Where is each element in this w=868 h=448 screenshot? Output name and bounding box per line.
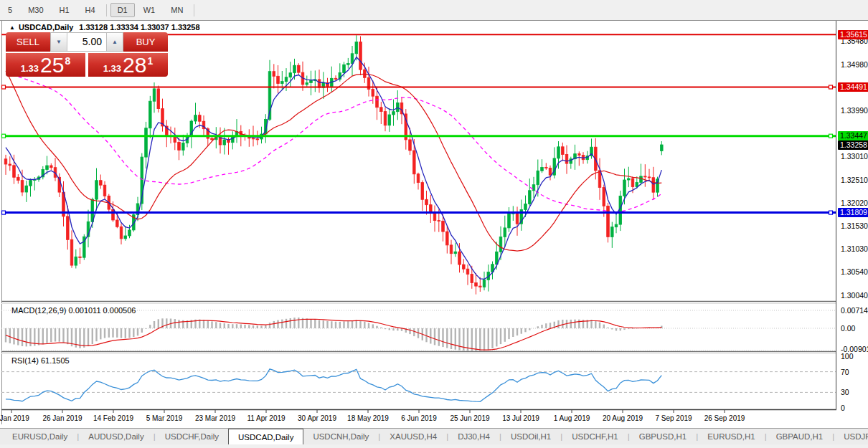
tab-usdcnh-daily[interactable]: USDCNH,Daily — [303, 429, 378, 444]
trading-terminal-window: 5M30H1H4D1W1MN ▲USDCAD,Daily1.33128 1.33… — [0, 0, 868, 448]
chart-symbol-label: USDCAD,Daily — [19, 23, 73, 32]
tab-dj30-h4[interactable]: DJ30,H4 — [448, 429, 499, 444]
one-click-trade-widget: SELL ▼ 5.00 ▲ BUY 1.33 25 8 1.33 28 1 — [6, 32, 168, 77]
price-badge: 1.31809 — [838, 208, 868, 217]
tab-gbpaud-h1[interactable]: GBPAUD,H1 — [767, 429, 833, 444]
date-tick-label: 11 Apr 2019 — [247, 414, 285, 422]
toolbar-separator — [106, 4, 107, 16]
price-badge: 1.34491 — [838, 82, 868, 92]
timeframe-d1[interactable]: D1 — [110, 3, 135, 17]
rsi-axis-label: 70 — [841, 368, 849, 376]
sell-price-tile[interactable]: 1.33 25 8 — [6, 53, 85, 77]
timeframe-w1[interactable]: W1 — [136, 3, 163, 17]
axis-ticks — [11, 41, 839, 413]
sell-price-main: 25 — [40, 54, 64, 76]
tab-usdoil-h1[interactable]: USDOil,H1 — [501, 429, 560, 444]
hline-handle[interactable] — [2, 211, 6, 214]
tab-xauusd-h4[interactable]: XAUUSD,H4 — [380, 429, 446, 444]
price-tick-label: 1.34980 — [841, 60, 868, 69]
tab-eurusd-h1[interactable]: EURUSD,H1 — [698, 429, 764, 444]
pane-frames — [0, 21, 868, 425]
ma-fast-line — [6, 57, 661, 280]
hline-handle[interactable] — [829, 211, 833, 214]
price-tick-label: 1.31030 — [841, 244, 868, 253]
price-tick-label: 1.32020 — [841, 199, 868, 207]
chart-collapse-icon[interactable]: ▲ — [9, 24, 15, 31]
macd-signal-line — [6, 319, 661, 350]
ma-medium-line — [6, 71, 661, 251]
sell-price-pip: 8 — [65, 55, 70, 67]
date-tick-label: 23 Mar 2019 — [195, 414, 235, 422]
tab-usdchf-h1[interactable]: USDCHF,H1 — [562, 429, 628, 444]
tab-usdcad-daily[interactable]: USDCAD,Daily — [228, 429, 303, 444]
timeframe-toolbar: 5M30H1H4D1W1MN — [0, 0, 868, 20]
rsi-axis-label: 0 — [841, 404, 845, 412]
tab-audusd-daily[interactable]: AUDUSD,Daily — [79, 429, 153, 444]
timeframe-h1[interactable]: H1 — [52, 3, 77, 17]
chart-ohlc-values: 1.33128 1.33334 1.33037 1.33258 — [79, 23, 199, 32]
timeframe-5[interactable]: 5 — [1, 3, 19, 17]
volume-input[interactable]: 5.00 — [67, 33, 106, 51]
date-tick-label: 7 Sep 2019 — [655, 414, 692, 422]
buy-price-main: 28 — [123, 54, 146, 76]
hline-handle[interactable] — [2, 85, 6, 89]
tab-usdchf-daily[interactable]: USDCHF,Daily — [156, 429, 228, 444]
buy-price-tile[interactable]: 1.33 28 1 — [88, 53, 168, 77]
price-badge: 1.33258 — [838, 140, 868, 150]
price-badge: 1.35615 — [838, 30, 868, 39]
date-tick-label: 26 Sep 2019 — [704, 414, 745, 422]
buy-price-pip: 1 — [147, 55, 153, 67]
macd-axis-label: 0.00714 — [841, 306, 868, 315]
sell-button[interactable]: SELL — [6, 32, 50, 52]
buy-price-prefix: 1.33 — [103, 63, 121, 74]
price-tick-label: 1.31530 — [841, 221, 868, 230]
date-tick-label: 26 Jan 2019 — [42, 414, 82, 422]
date-tick-label: 1 Aug 2019 — [554, 414, 590, 422]
buy-button[interactable]: BUY — [123, 32, 168, 52]
timeframe-h4[interactable]: H4 — [78, 3, 103, 17]
chart-title: ▲USDCAD,Daily1.33128 1.33334 1.33037 1.3… — [9, 23, 200, 32]
rsi-indicator-label: RSI(14) 61.1505 — [11, 356, 70, 365]
price-tick-label: 1.33990 — [841, 106, 868, 115]
timeframe-mn[interactable]: MN — [164, 3, 190, 17]
date-tick-label: 5 Mar 2019 — [146, 414, 183, 422]
price-tick-label: 1.30040 — [841, 291, 868, 300]
tab-usdjp[interactable]: USDJP — [834, 429, 868, 444]
macd-pane — [1, 310, 836, 352]
macd-axis-label: 0.00 — [841, 324, 855, 333]
ma-slow-line — [6, 75, 661, 212]
date-tick-label: 14 Feb 2019 — [93, 414, 133, 422]
hline-handle[interactable] — [829, 85, 833, 89]
moving-averages — [6, 57, 661, 280]
date-tick-label: 25 Jun 2019 — [450, 414, 489, 422]
timeframe-m30[interactable]: M30 — [21, 3, 50, 17]
macd-indicator-label: MACD(12,26,9) 0.001011 0.000506 — [11, 306, 136, 315]
price-badge: 1.33447 — [838, 131, 868, 140]
date-tick-label: 8 Jan 2019 — [0, 414, 29, 422]
hline-handle[interactable] — [829, 134, 833, 138]
volume-increase-icon[interactable]: ▲ — [106, 33, 123, 51]
date-tick-label: 30 Apr 2019 — [298, 414, 336, 422]
tab-gbpusd-h1[interactable]: GBPUSD,H1 — [630, 429, 696, 444]
date-tick-label: 20 Aug 2019 — [603, 414, 643, 422]
status-strip — [0, 444, 868, 448]
chart-tab-bar: EURUSD,Daily|AUDUSD,Daily|USDCHF,DailyUS… — [0, 428, 868, 444]
tab-eurusd-daily[interactable]: EURUSD,Daily — [3, 429, 77, 444]
rsi-line — [6, 369, 661, 402]
rsi-axis-label: 100 — [841, 352, 854, 361]
date-tick-label: 18 May 2019 — [347, 414, 389, 422]
price-tick-label: 1.33010 — [841, 152, 868, 161]
volume-spinner: ▼ 5.00 ▲ — [50, 32, 123, 52]
volume-decrease-icon[interactable]: ▼ — [51, 33, 67, 51]
date-tick-label: 6 Jun 2019 — [401, 414, 437, 422]
rsi-axis-label: 30 — [841, 388, 849, 396]
price-tick-label: 1.32510 — [841, 176, 868, 184]
price-axis[interactable]: 1.354801.349801.339901.330101.325101.320… — [836, 21, 868, 424]
price-tick-label: 1.30540 — [841, 267, 868, 276]
date-tick-label: 13 Jul 2019 — [502, 414, 539, 422]
hline-handle[interactable] — [2, 134, 6, 138]
rsi-pane — [1, 369, 836, 402]
sell-price-prefix: 1.33 — [21, 63, 39, 74]
toolbar-separator — [194, 4, 194, 16]
